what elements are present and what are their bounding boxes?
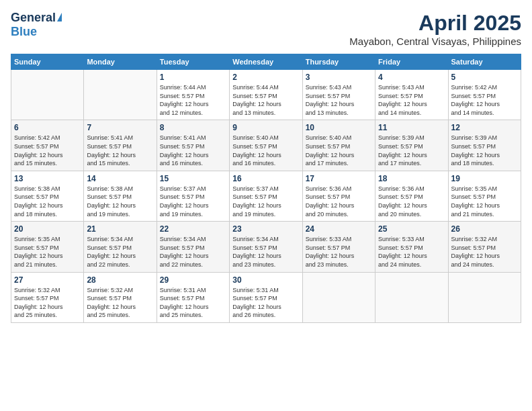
day-number: 26	[451, 224, 518, 234]
calendar-cell: 17Sunrise: 5:36 AM Sunset: 5:57 PM Dayli…	[302, 171, 375, 221]
calendar-cell: 8Sunrise: 5:41 AM Sunset: 5:57 PM Daylig…	[157, 120, 229, 171]
day-number: 29	[160, 275, 226, 285]
day-number: 7	[87, 123, 153, 132]
col-header-saturday: Saturday	[448, 54, 521, 70]
day-info: Sunrise: 5:44 AM Sunset: 5:57 PM Dayligh…	[232, 83, 299, 117]
day-number: 3	[306, 73, 372, 82]
calendar-cell: 21Sunrise: 5:34 AM Sunset: 5:57 PM Dayli…	[84, 222, 157, 272]
calendar-cell: 14Sunrise: 5:38 AM Sunset: 5:57 PM Dayli…	[84, 171, 157, 221]
calendar-cell: 23Sunrise: 5:34 AM Sunset: 5:57 PM Dayli…	[230, 222, 302, 272]
day-number: 16	[232, 174, 299, 183]
day-number: 13	[14, 174, 81, 183]
day-info: Sunrise: 5:39 AM Sunset: 5:57 PM Dayligh…	[378, 134, 445, 167]
col-header-sunday: Sunday	[11, 54, 84, 70]
calendar-cell: 29Sunrise: 5:31 AM Sunset: 5:57 PM Dayli…	[157, 272, 229, 322]
day-info: Sunrise: 5:43 AM Sunset: 5:57 PM Dayligh…	[378, 83, 445, 117]
calendar-cell: 6Sunrise: 5:42 AM Sunset: 5:57 PM Daylig…	[11, 120, 84, 171]
day-number: 17	[306, 174, 372, 183]
day-info: Sunrise: 5:33 AM Sunset: 5:57 PM Dayligh…	[306, 235, 372, 269]
header: General Blue April 2025 Mayabon, Central…	[11, 11, 521, 47]
day-info: Sunrise: 5:41 AM Sunset: 5:57 PM Dayligh…	[87, 134, 153, 167]
day-info: Sunrise: 5:41 AM Sunset: 5:57 PM Dayligh…	[160, 134, 226, 167]
day-info: Sunrise: 5:32 AM Sunset: 5:57 PM Dayligh…	[451, 235, 518, 269]
col-header-tuesday: Tuesday	[157, 54, 229, 70]
day-info: Sunrise: 5:31 AM Sunset: 5:57 PM Dayligh…	[160, 286, 226, 320]
day-number: 10	[306, 123, 372, 132]
calendar-header-row: SundayMondayTuesdayWednesdayThursdayFrid…	[11, 54, 521, 70]
day-info: Sunrise: 5:38 AM Sunset: 5:57 PM Dayligh…	[14, 185, 81, 218]
day-number: 14	[87, 174, 153, 183]
calendar-cell: 5Sunrise: 5:42 AM Sunset: 5:57 PM Daylig…	[448, 70, 521, 120]
calendar-cell	[302, 272, 375, 322]
title-area: April 2025 Mayabon, Central Visayas, Phi…	[349, 11, 521, 47]
calendar-cell: 2Sunrise: 5:44 AM Sunset: 5:57 PM Daylig…	[230, 70, 302, 120]
day-number: 8	[160, 123, 226, 132]
day-info: Sunrise: 5:36 AM Sunset: 5:57 PM Dayligh…	[306, 185, 372, 218]
calendar-cell: 3Sunrise: 5:43 AM Sunset: 5:57 PM Daylig…	[302, 70, 375, 120]
day-number: 11	[378, 123, 445, 132]
calendar-cell: 15Sunrise: 5:37 AM Sunset: 5:57 PM Dayli…	[157, 171, 229, 221]
calendar-cell	[448, 272, 521, 322]
col-header-thursday: Thursday	[302, 54, 375, 70]
day-number: 4	[378, 73, 445, 82]
calendar-cell: 18Sunrise: 5:36 AM Sunset: 5:57 PM Dayli…	[375, 171, 448, 221]
day-info: Sunrise: 5:35 AM Sunset: 5:57 PM Dayligh…	[451, 185, 518, 218]
col-header-friday: Friday	[375, 54, 448, 70]
week-row-4: 20Sunrise: 5:35 AM Sunset: 5:57 PM Dayli…	[11, 222, 521, 272]
calendar-cell	[11, 70, 84, 120]
calendar-cell: 7Sunrise: 5:41 AM Sunset: 5:57 PM Daylig…	[84, 120, 157, 171]
calendar-cell	[375, 272, 448, 322]
logo-blue-text: Blue	[11, 25, 37, 39]
col-header-wednesday: Wednesday	[230, 54, 302, 70]
day-info: Sunrise: 5:34 AM Sunset: 5:57 PM Dayligh…	[87, 235, 153, 269]
day-info: Sunrise: 5:38 AM Sunset: 5:57 PM Dayligh…	[87, 185, 153, 218]
day-number: 21	[87, 224, 153, 234]
calendar-cell: 12Sunrise: 5:39 AM Sunset: 5:57 PM Dayli…	[448, 120, 521, 171]
day-info: Sunrise: 5:36 AM Sunset: 5:57 PM Dayligh…	[378, 185, 445, 218]
day-number: 25	[378, 224, 445, 234]
day-info: Sunrise: 5:40 AM Sunset: 5:57 PM Dayligh…	[306, 134, 372, 167]
day-info: Sunrise: 5:40 AM Sunset: 5:57 PM Dayligh…	[232, 134, 299, 167]
calendar-cell: 28Sunrise: 5:32 AM Sunset: 5:57 PM Dayli…	[84, 272, 157, 322]
calendar-cell: 30Sunrise: 5:31 AM Sunset: 5:57 PM Dayli…	[230, 272, 302, 322]
calendar-cell: 19Sunrise: 5:35 AM Sunset: 5:57 PM Dayli…	[448, 171, 521, 221]
day-info: Sunrise: 5:44 AM Sunset: 5:57 PM Dayligh…	[160, 83, 226, 117]
week-row-1: 1Sunrise: 5:44 AM Sunset: 5:57 PM Daylig…	[11, 70, 521, 120]
calendar-cell: 16Sunrise: 5:37 AM Sunset: 5:57 PM Dayli…	[230, 171, 302, 221]
day-info: Sunrise: 5:31 AM Sunset: 5:57 PM Dayligh…	[232, 286, 299, 320]
day-number: 24	[306, 224, 372, 234]
day-number: 27	[14, 275, 81, 285]
day-info: Sunrise: 5:34 AM Sunset: 5:57 PM Dayligh…	[232, 235, 299, 269]
day-info: Sunrise: 5:32 AM Sunset: 5:57 PM Dayligh…	[87, 286, 153, 320]
calendar-cell: 11Sunrise: 5:39 AM Sunset: 5:57 PM Dayli…	[375, 120, 448, 171]
week-row-2: 6Sunrise: 5:42 AM Sunset: 5:57 PM Daylig…	[11, 120, 521, 171]
logo: General Blue	[11, 11, 62, 39]
day-number: 12	[451, 123, 518, 132]
day-number: 5	[451, 73, 518, 82]
calendar-table: SundayMondayTuesdayWednesdayThursdayFrid…	[11, 54, 521, 323]
calendar-cell: 13Sunrise: 5:38 AM Sunset: 5:57 PM Dayli…	[11, 171, 84, 221]
day-number: 6	[14, 123, 81, 132]
location: Mayabon, Central Visayas, Philippines	[349, 36, 521, 47]
day-info: Sunrise: 5:37 AM Sunset: 5:57 PM Dayligh…	[160, 185, 226, 218]
logo-general-text: General	[11, 11, 56, 25]
day-info: Sunrise: 5:35 AM Sunset: 5:57 PM Dayligh…	[14, 235, 81, 269]
calendar-cell: 27Sunrise: 5:32 AM Sunset: 5:57 PM Dayli…	[11, 272, 84, 322]
calendar-cell: 24Sunrise: 5:33 AM Sunset: 5:57 PM Dayli…	[302, 222, 375, 272]
day-info: Sunrise: 5:42 AM Sunset: 5:57 PM Dayligh…	[451, 83, 518, 117]
day-number: 1	[160, 73, 226, 82]
week-row-5: 27Sunrise: 5:32 AM Sunset: 5:57 PM Dayli…	[11, 272, 521, 322]
month-year: April 2025	[349, 11, 521, 36]
day-info: Sunrise: 5:32 AM Sunset: 5:57 PM Dayligh…	[14, 286, 81, 320]
day-number: 2	[232, 73, 299, 82]
day-number: 28	[87, 275, 153, 285]
day-number: 18	[378, 174, 445, 183]
day-number: 30	[232, 275, 299, 285]
calendar-cell: 1Sunrise: 5:44 AM Sunset: 5:57 PM Daylig…	[157, 70, 229, 120]
day-number: 22	[160, 224, 226, 234]
day-number: 15	[160, 174, 226, 183]
col-header-monday: Monday	[84, 54, 157, 70]
calendar-cell: 4Sunrise: 5:43 AM Sunset: 5:57 PM Daylig…	[375, 70, 448, 120]
day-info: Sunrise: 5:43 AM Sunset: 5:57 PM Dayligh…	[306, 83, 372, 117]
calendar-cell: 25Sunrise: 5:33 AM Sunset: 5:57 PM Dayli…	[375, 222, 448, 272]
